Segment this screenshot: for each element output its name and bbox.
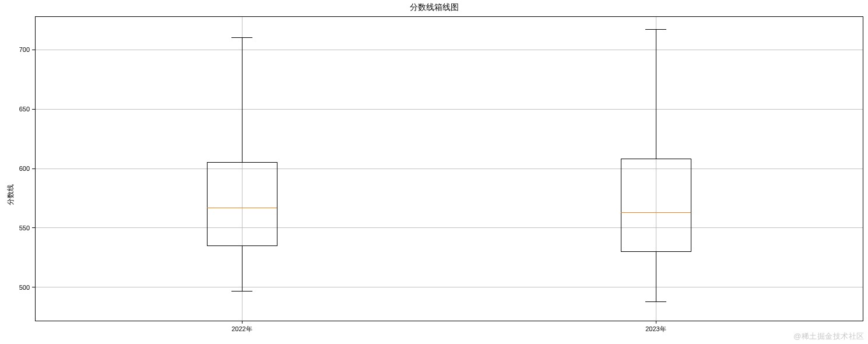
x-tick: 2022年 xyxy=(231,321,252,332)
x-tick: 2023年 xyxy=(645,321,666,332)
svg-text:500: 500 xyxy=(19,284,30,291)
y-tick: 500 xyxy=(19,284,35,291)
y-tick: 550 xyxy=(19,224,35,231)
grid xyxy=(35,16,863,321)
svg-text:2022年: 2022年 xyxy=(231,325,252,332)
y-tick: 600 xyxy=(19,165,35,172)
svg-text:600: 600 xyxy=(19,165,30,172)
y-tick: 650 xyxy=(19,106,35,113)
boxplot-chart: 分数线箱线图 分数线 5005506006507002022年2023年 @稀土… xyxy=(0,0,868,344)
svg-text:650: 650 xyxy=(19,106,30,113)
y-tick: 700 xyxy=(19,46,35,53)
svg-text:2023年: 2023年 xyxy=(645,325,666,332)
svg-text:700: 700 xyxy=(19,46,30,53)
y-axis-label: 分数线 xyxy=(6,184,16,205)
chart-title: 分数线箱线图 xyxy=(0,2,868,13)
svg-text:550: 550 xyxy=(19,224,30,231)
chart-svg: 5005506006507002022年2023年 xyxy=(0,0,868,344)
